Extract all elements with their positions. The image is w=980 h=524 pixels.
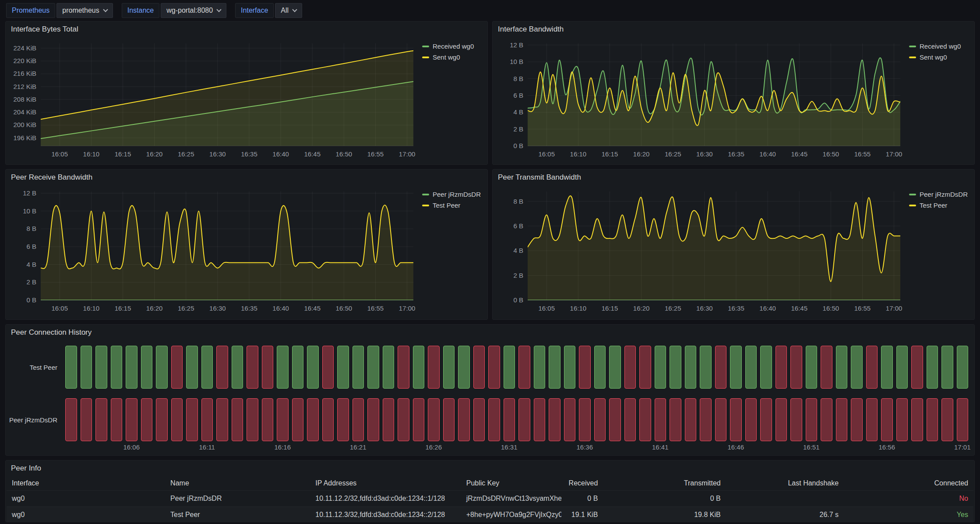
variable-interface-select[interactable]: All [275,3,302,18]
state-disconnected-bar [790,346,802,389]
svg-text:16:15: 16:15 [602,150,618,158]
state-disconnected-bar [927,398,938,441]
panel-title[interactable]: Peer Connection History [6,325,974,340]
column-header-name[interactable]: Name [165,476,310,490]
state-disconnected-bar [247,346,258,389]
state-disconnected-bar [428,398,440,441]
svg-text:16:50: 16:50 [336,304,353,312]
column-header-interface[interactable]: Interface [7,476,165,490]
panel-interface-bytes-total: Interface Bytes Total 196 KiB200 KiB204 … [5,21,488,165]
variable-instance-value: wg-portal:8080 [166,7,213,14]
svg-text:0 B: 0 B [26,296,36,304]
legend-item[interactable]: Test Peer [422,202,484,209]
panel-title[interactable]: Peer Receive Bandwidth [6,170,487,185]
column-header-received[interactable]: Received [561,476,603,490]
timeline-bars[interactable] [63,346,970,389]
variable-interface-label: Interface [235,3,274,18]
timeseries-chart[interactable]: 0 B2 B4 B6 B8 B10 B12 B16:0516:1016:1516… [493,37,906,161]
state-disconnected-bar [564,398,576,441]
svg-text:17:00: 17:00 [886,150,902,158]
state-disconnected-bar [292,398,304,441]
column-header-connected[interactable]: Connected [844,476,973,490]
variable-prometheus-label: Prometheus [6,3,55,18]
state-disconnected-bar [322,398,334,441]
state-disconnected-bar [624,346,636,389]
table-cell: Peer jRzmDsDR [165,491,310,506]
legend-series-name: Test Peer [433,202,460,209]
svg-text:16:45: 16:45 [304,150,321,158]
svg-text:16:40: 16:40 [759,150,776,158]
svg-text:16:35: 16:35 [241,304,257,312]
state-connected-bar [353,346,364,389]
legend-item[interactable]: Received wg0 [909,42,971,50]
state-disconnected-bar [307,398,319,441]
svg-text:16:25: 16:25 [178,304,194,312]
timeseries-chart[interactable]: 196 KiB200 KiB204 KiB208 KiB212 KiB216 K… [6,37,419,161]
legend-item[interactable]: Peer jRzmDsDR [909,191,971,198]
state-connected-bar [564,346,576,389]
x-tick-label: 16:31 [501,443,518,451]
legend-item[interactable]: Sent wg0 [909,53,971,61]
state-disconnected-bar [639,398,651,441]
state-connected-bar [534,346,546,389]
table-cell: jRzmDsDRVnwCt13vsyamXherk9L9RhR [461,491,562,506]
state-disconnected-bar [353,398,364,441]
state-disconnected-bar [911,398,923,441]
state-disconnected-bar [171,346,183,389]
svg-text:16:10: 16:10 [83,304,100,312]
legend-series-name: Test Peer [920,202,947,209]
svg-text:16:45: 16:45 [304,304,321,312]
panel-peer-info: Peer Info InterfaceNameIP AddressesPubli… [5,460,975,522]
state-connected-bar [594,346,606,389]
chevron-down-icon [292,7,297,12]
variable-instance-select[interactable]: wg-portal:8080 [161,3,226,18]
svg-text:16:30: 16:30 [209,304,226,312]
state-disconnected-bar [579,346,591,389]
panel-title[interactable]: Peer Transmit Bandwidth [493,170,974,185]
svg-text:16:15: 16:15 [602,304,618,312]
legend: Received wg0Sent wg0 [906,37,974,161]
variable-prometheus-select[interactable]: prometheus [56,3,113,18]
state-disconnected-bar [247,398,258,441]
panel-title[interactable]: Interface Bytes Total [6,21,487,37]
legend-item[interactable]: Test Peer [909,202,971,209]
column-header-ip-addresses[interactable]: IP Addresses [310,476,461,490]
peer-connection-history-body[interactable]: Test PeerPeer jRzmDsDR16:0616:1116:1616:… [6,340,974,453]
state-connected-bar [685,346,697,389]
svg-text:2 B: 2 B [26,278,36,286]
state-connected-bar [836,346,848,389]
panel-interface-bandwidth: Interface Bandwidth 0 B2 B4 B6 B8 B10 B1… [492,21,975,165]
legend-item[interactable]: Peer jRzmDsDR [422,191,484,198]
column-header-transmitted[interactable]: Transmitted [603,476,726,490]
state-connected-bar [307,346,319,389]
legend-series-color [909,46,916,47]
svg-text:12 B: 12 B [510,41,523,49]
svg-text:4 B: 4 B [513,108,523,116]
column-header-public-key[interactable]: Public Key [461,476,562,490]
variable-prometheus-value: prometheus [62,7,99,14]
timeseries-chart[interactable]: 0 B2 B4 B6 B8 B10 B12 B16:0516:1016:1516… [6,185,419,315]
svg-text:8 B: 8 B [513,198,523,205]
column-header-last-handshake[interactable]: Last Handshake [726,476,844,490]
panel-title[interactable]: Interface Bandwidth [493,21,974,37]
timeseries-chart[interactable]: 0 B2 B4 B6 B8 B16:0516:1016:1516:2016:25… [493,185,906,315]
state-disconnected-bar [488,346,500,389]
svg-text:17:00: 17:00 [399,150,416,158]
svg-text:16:35: 16:35 [728,150,744,158]
legend-item[interactable]: Sent wg0 [422,53,484,61]
svg-text:212 KiB: 212 KiB [13,83,36,90]
x-tick-label: 16:16 [274,443,291,451]
svg-text:16:40: 16:40 [759,304,776,312]
timeline-bars[interactable] [63,398,970,441]
state-connected-bar [367,346,379,389]
legend-item[interactable]: Received wg0 [422,42,484,50]
state-connected-bar [760,346,772,389]
svg-text:16:05: 16:05 [51,150,68,158]
svg-text:200 KiB: 200 KiB [13,121,36,128]
svg-text:16:50: 16:50 [336,150,353,158]
legend-series-name: Peer jRzmDsDR [433,191,481,198]
state-disconnected-bar [594,398,606,441]
panel-title[interactable]: Peer Info [6,460,974,476]
svg-text:16:20: 16:20 [146,150,163,158]
state-connected-bar [896,346,908,389]
